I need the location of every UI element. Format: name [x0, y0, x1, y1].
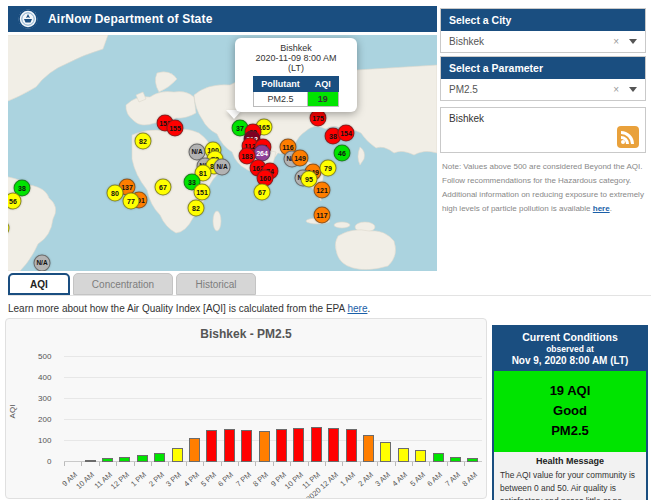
chart-bar[interactable] [415, 450, 426, 462]
aqi-marker[interactable]: 79 [320, 160, 337, 177]
aqi-marker[interactable]: 67 [254, 184, 271, 201]
aqi-marker[interactable]: 67 [155, 179, 172, 196]
select-city-header: Select a City [441, 9, 645, 31]
chart-bar[interactable] [433, 453, 444, 462]
conditions-datetime: Nov 9, 2020 8:00 AM (LT) [496, 355, 644, 366]
city-select[interactable]: Bishkek × [441, 31, 645, 52]
aqi-marker[interactable]: 175 [310, 110, 327, 127]
chart-gridline [64, 377, 482, 378]
conditions-observed-at: observed at [496, 344, 644, 354]
chart-y-axis-label: AQI [8, 372, 17, 452]
aqi-note: Note: Values above 500 are considered Be… [442, 160, 646, 216]
chart-ytick-label: 300 [21, 394, 51, 403]
chart-bar[interactable] [102, 458, 113, 462]
aqi-marker[interactable]: 149 [292, 150, 309, 167]
chart-bar[interactable] [241, 430, 252, 462]
health-message-text: The AQI value for your community is betw… [500, 469, 640, 500]
aqi-marker[interactable]: 82 [135, 133, 152, 150]
popup-city: Bishkek [235, 43, 357, 53]
chart-bar[interactable] [259, 431, 270, 463]
conditions-title: Current Conditions [496, 331, 644, 343]
aqi-marker[interactable]: 155 [167, 120, 184, 137]
popup-datetime: 2020-11-09 8:00 AM [235, 53, 357, 63]
popup-table: Pollutant AQI PM2.5 19 [253, 76, 339, 107]
tab-historical[interactable]: Historical [176, 273, 256, 295]
chart-bar[interactable] [85, 460, 96, 462]
aqi-marker[interactable]: 80 [107, 185, 124, 202]
chevron-down-icon[interactable] [629, 39, 637, 44]
chart-bar[interactable] [311, 427, 322, 462]
note-suffix: . [610, 204, 612, 213]
chart-bar[interactable] [189, 438, 200, 462]
chart-bar[interactable] [154, 453, 165, 462]
chart-bar[interactable] [398, 448, 409, 462]
aqi-marker[interactable]: 151 [194, 184, 211, 201]
chart-bar[interactable] [137, 455, 148, 462]
chart-bar[interactable] [293, 428, 304, 462]
conditions-pollutant: PM2.5 [494, 421, 646, 441]
aqi-marker[interactable]: 77 [123, 193, 140, 210]
chart-bar[interactable] [328, 428, 339, 462]
chart-bar[interactable] [172, 448, 183, 462]
world-aqi-map[interactable]: 385658N/A15215582137801017767N/A10079N/A… [8, 35, 437, 271]
chart-bar[interactable] [450, 457, 461, 462]
chart-ytick-label: 100 [21, 436, 51, 445]
chart-bar[interactable] [380, 442, 391, 462]
chart-gridline [64, 419, 482, 420]
select-parameter-panel: Select a Parameter PM2.5 × [440, 56, 646, 101]
health-message-block: Health Message The AQI value for your co… [494, 452, 646, 500]
chart-bar[interactable] [467, 458, 478, 462]
app-title: AirNow Department of State [48, 12, 213, 26]
parameter-select-value: PM2.5 [449, 84, 613, 95]
chart-bar[interactable] [119, 457, 130, 462]
aqi-marker[interactable]: N/A [214, 159, 231, 176]
select-parameter-header: Select a Parameter [441, 57, 645, 79]
map-popup: Bishkek 2020-11-09 8:00 AM (LT) Pollutan… [235, 38, 357, 112]
conditions-header: Current Conditions observed at Nov 9, 20… [494, 327, 646, 371]
chart-bar[interactable] [346, 429, 357, 462]
chart-title: Bishkek - PM2.5 [6, 327, 486, 341]
popup-col-aqi: AQI [307, 77, 338, 92]
chart-gridline [64, 356, 482, 357]
conditions-category: Good [494, 401, 646, 421]
conditions-aqi-value: 19 AQI [494, 381, 646, 401]
chart-bar[interactable] [206, 430, 217, 462]
aqi-marker[interactable]: 46 [334, 145, 351, 162]
chart-gridline [64, 440, 482, 441]
parameter-select[interactable]: PM2.5 × [441, 79, 645, 100]
chart-bar[interactable] [363, 435, 374, 462]
chart-gridline [64, 398, 482, 399]
aqi-marker[interactable]: 117 [314, 207, 331, 224]
app-header: AirNow Department of State [8, 6, 437, 32]
city-select-value: Bishkek [449, 36, 613, 47]
chevron-down-icon[interactable] [629, 87, 637, 92]
chart-bar[interactable] [276, 429, 287, 462]
note-here-link[interactable]: here [593, 204, 610, 213]
dos-seal-logo [18, 9, 38, 29]
rss-icon[interactable] [617, 126, 639, 148]
city-clear-icon[interactable]: × [613, 36, 619, 47]
aqi-marker[interactable]: 121 [314, 182, 331, 199]
chart-bar[interactable] [224, 429, 235, 462]
conditions-aqi-block: 19 AQI Good PM2.5 [494, 371, 646, 452]
popup-timezone: (LT) [235, 63, 357, 73]
select-city-panel: Select a City Bishkek × [440, 8, 646, 53]
parameter-clear-icon[interactable]: × [613, 84, 619, 95]
learn-more-suffix: . [367, 303, 370, 314]
current-conditions-panel: Current Conditions observed at Nov 9, 20… [492, 325, 648, 500]
chart-plot: 0100200300400500 [64, 357, 482, 462]
learn-more-text: Learn more about how the Air Quality Ind… [8, 303, 370, 314]
aqi-marker[interactable]: N/A [34, 255, 51, 272]
popup-aqi-value: 19 [307, 92, 338, 107]
map-landmass [8, 35, 437, 271]
chart-ytick-label: 200 [21, 415, 51, 424]
note-body: Note: Values above 500 are considered Be… [442, 162, 644, 213]
aqi-marker[interactable]: 82 [188, 200, 205, 217]
epa-here-link[interactable]: here [347, 303, 367, 314]
tab-aqi[interactable]: AQI [8, 273, 70, 295]
popup-pollutant-value: PM2.5 [254, 92, 308, 107]
tab-concentration[interactable]: Concentration [73, 273, 173, 295]
aqi-marker[interactable]: 154 [338, 125, 355, 142]
chart-ytick-label: 400 [21, 373, 51, 382]
health-message-title: Health Message [500, 456, 640, 466]
